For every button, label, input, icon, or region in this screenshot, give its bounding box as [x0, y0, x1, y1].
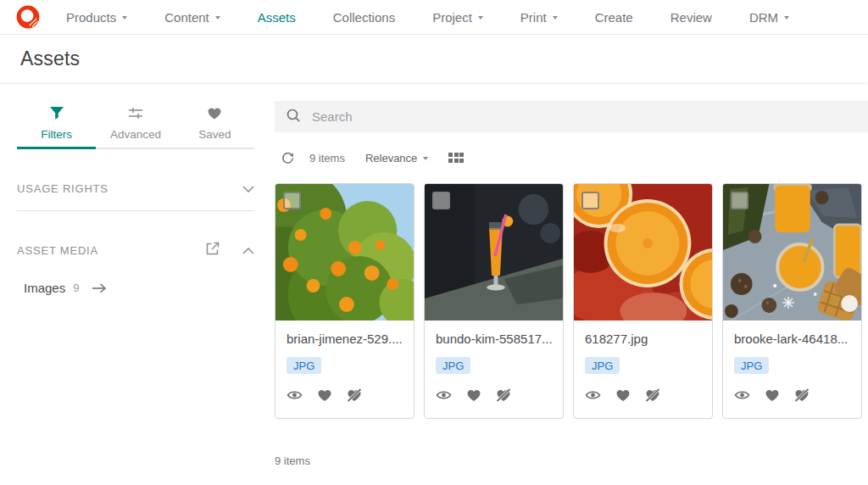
- top-navbar: Products Content Assets Collections Proj…: [0, 0, 868, 35]
- asset-actions: [734, 388, 850, 402]
- tab-filters[interactable]: Filters: [17, 106, 96, 148]
- preview-eye-icon[interactable]: [436, 389, 452, 401]
- nav-item-products[interactable]: Products: [66, 10, 127, 25]
- filetype-badge: JPG: [287, 357, 321, 374]
- caret-down-icon: [423, 157, 428, 160]
- sliders-icon: [128, 106, 143, 124]
- asset-actions: [585, 388, 701, 402]
- nav-item-project[interactable]: Project: [432, 10, 483, 25]
- heart-slash-icon[interactable]: [496, 388, 511, 402]
- grid-view-icon[interactable]: [448, 153, 464, 163]
- search-input[interactable]: [312, 109, 868, 124]
- sort-dropdown-label: Relevance: [365, 152, 417, 164]
- footer-items-count: 9 items: [275, 454, 868, 467]
- asset-grid: brian-jimenez-529.... JPG: [275, 183, 868, 419]
- preview-eye-icon[interactable]: [585, 389, 601, 401]
- asset-card[interactable]: bundo-kim-558517... JPG: [424, 183, 564, 419]
- filetype-badge: JPG: [734, 357, 769, 374]
- asset-actions: [436, 388, 552, 402]
- external-link-icon[interactable]: [205, 241, 220, 259]
- asset-card[interactable]: brian-jimenez-529.... JPG: [275, 183, 415, 419]
- favorite-heart-icon[interactable]: [466, 388, 481, 402]
- heart-slash-icon[interactable]: [794, 388, 810, 402]
- nav-item-collections[interactable]: Collections: [333, 10, 395, 25]
- main-nav: Products Content Assets Collections Proj…: [66, 10, 789, 25]
- sidebar-divider: [17, 210, 254, 211]
- asset-thumbnail[interactable]: [574, 184, 712, 321]
- asset-filename[interactable]: brian-jimenez-529....: [287, 332, 403, 346]
- asset-select-checkbox[interactable]: [432, 192, 450, 209]
- sidebar-tabs: Filters Advanced Saved: [17, 106, 254, 149]
- asset-card[interactable]: 618277.jpg JPG: [573, 183, 713, 419]
- asset-actions: [287, 388, 403, 402]
- favorite-heart-icon[interactable]: [615, 388, 631, 402]
- section-usage-rights-label: USAGE RIGHTS: [17, 182, 242, 195]
- refresh-icon: [281, 152, 294, 164]
- heart-slash-icon[interactable]: [645, 388, 660, 402]
- brand-logo-icon: [15, 4, 41, 30]
- filter-images-count: 9: [73, 282, 79, 294]
- asset-thumbnail[interactable]: [425, 184, 563, 321]
- page-title: Assets: [20, 47, 80, 70]
- caret-down-icon: [478, 16, 483, 20]
- chevron-down-icon: [242, 181, 254, 196]
- nav-item-create[interactable]: Create: [595, 10, 633, 25]
- section-asset-media[interactable]: ASSET MEDIA: [17, 240, 254, 260]
- items-count: 9 items: [309, 152, 345, 164]
- asset-select-checkbox[interactable]: [731, 192, 748, 209]
- nav-item-assets[interactable]: Assets: [258, 10, 296, 25]
- filter-images-link[interactable]: Images 9: [17, 281, 254, 295]
- chevron-up-icon[interactable]: [242, 242, 254, 258]
- tab-advanced[interactable]: Advanced: [96, 106, 175, 148]
- sort-dropdown[interactable]: Relevance: [365, 152, 428, 164]
- tab-advanced-label: Advanced: [110, 128, 161, 141]
- asset-select-checkbox[interactable]: [283, 192, 301, 209]
- section-asset-media-label: ASSET MEDIA: [17, 244, 205, 257]
- funnel-icon: [49, 106, 64, 124]
- favorite-heart-icon[interactable]: [317, 388, 332, 402]
- tab-filters-label: Filters: [41, 128, 72, 141]
- nav-item-review[interactable]: Review: [670, 10, 712, 25]
- asset-filename[interactable]: brooke-lark-46418...: [734, 332, 850, 346]
- brand-logo[interactable]: [14, 3, 42, 31]
- preview-eye-icon[interactable]: [734, 389, 750, 401]
- caret-down-icon: [215, 16, 220, 20]
- results-toolbar: 9 items Relevance: [275, 149, 868, 166]
- search-bar[interactable]: [275, 101, 868, 132]
- caret-down-icon: [553, 16, 558, 20]
- asset-thumbnail[interactable]: [275, 184, 414, 321]
- asset-thumbnail[interactable]: [723, 184, 861, 321]
- asset-card[interactable]: brooke-lark-46418... JPG: [722, 183, 862, 419]
- asset-filename[interactable]: bundo-kim-558517...: [436, 332, 552, 346]
- tab-saved[interactable]: Saved: [175, 106, 254, 148]
- nav-item-content[interactable]: Content: [164, 10, 220, 25]
- tab-saved-label: Saved: [198, 128, 231, 141]
- filter-images-label: Images: [24, 281, 65, 295]
- nav-item-print[interactable]: Print: [520, 10, 558, 25]
- asset-results-panel: 9 items Relevance: [275, 82, 868, 485]
- heart-slash-icon[interactable]: [347, 388, 362, 402]
- asset-filename[interactable]: 618277.jpg: [585, 332, 701, 346]
- caret-down-icon: [122, 16, 127, 20]
- content-area: Filters Advanced Saved USAGE RIGHTS: [0, 82, 868, 485]
- filter-sidebar: Filters Advanced Saved USAGE RIGHTS: [0, 82, 275, 485]
- filetype-badge: JPG: [585, 357, 620, 374]
- preview-eye-icon[interactable]: [287, 389, 303, 401]
- refresh-button[interactable]: [281, 152, 294, 164]
- favorite-heart-icon[interactable]: [765, 388, 780, 402]
- section-usage-rights[interactable]: USAGE RIGHTS: [17, 178, 254, 198]
- caret-down-icon: [784, 16, 789, 20]
- page-title-bar: Assets: [0, 35, 868, 82]
- arrow-right-icon: [92, 283, 107, 293]
- nav-item-drm[interactable]: DRM: [749, 10, 789, 25]
- filetype-badge: JPG: [436, 357, 470, 374]
- asset-select-checkbox[interactable]: [581, 192, 599, 209]
- heart-icon: [207, 106, 222, 124]
- search-icon: [286, 108, 301, 126]
